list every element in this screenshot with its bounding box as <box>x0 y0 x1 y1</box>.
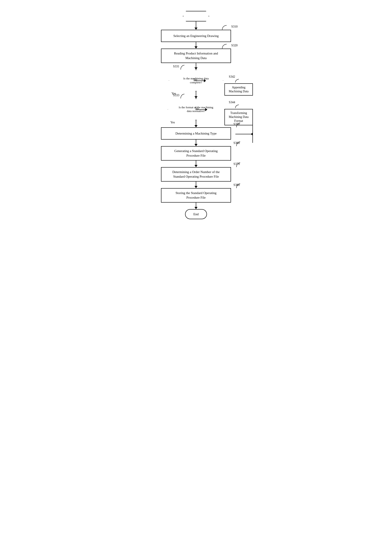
end-node: End <box>185 209 207 219</box>
s333-label: Is the format of the machining data norm… <box>177 106 215 113</box>
s342-label: Appending Machining Data <box>227 85 250 93</box>
end-label: End <box>193 212 199 217</box>
s360-label: Generating a Standard Operating Procedur… <box>174 149 218 158</box>
s342-id: S342 <box>229 75 235 78</box>
s344-to-s350-arrow <box>235 133 253 136</box>
arrow-start-s310 <box>195 21 197 30</box>
arrow-s380-end <box>195 203 197 209</box>
arrow-s370-s380 <box>195 182 197 188</box>
s310-box: Selecting an Engineering Drawing <box>161 30 231 42</box>
s310-section: Selecting an Engineering Drawing S310 <box>139 30 253 42</box>
s333-curve <box>173 94 184 99</box>
arrow-s360-s370 <box>195 161 197 167</box>
s350-label: Determining a Machining Type <box>175 131 217 136</box>
s342-curve <box>229 79 240 83</box>
arrow-s350-s360 <box>195 140 197 146</box>
arrow-s320-s331 <box>195 63 197 70</box>
s320-label: Reading Product Information and Machinin… <box>174 51 218 60</box>
s320-section: Reading Product Information and Machinin… <box>161 49 231 63</box>
s331-diamond: Is the machining data complete? <box>169 70 223 91</box>
s342-box: Appending Machining Data <box>224 83 253 96</box>
s360-section: Generating a Standard Operating Procedur… <box>139 146 253 161</box>
s331-label: Is the machining data complete? <box>179 77 213 84</box>
yes-label-s333: Yes <box>170 121 175 124</box>
arrow-s310-s320 <box>195 42 197 49</box>
start-node: Start <box>183 11 209 21</box>
s350-box: Determining a Machining Type <box>161 127 231 140</box>
s380-label: Storing the Standard Operating Procedure… <box>175 191 216 200</box>
s320-id: S320 <box>231 44 238 47</box>
s370-curve <box>229 162 240 168</box>
return-arrow-head <box>251 133 253 136</box>
s370-section: Determining a Order Number of the Standa… <box>139 167 253 182</box>
s333-diamond: Is the format of the machining data norm… <box>168 98 224 120</box>
flowchart-diagram: Start Selecting an Engineering Drawing S… <box>135 4 257 226</box>
s380-curve <box>229 183 240 189</box>
s331-curve <box>173 65 184 70</box>
s342-area: S342 Appending Machining Data <box>224 75 253 96</box>
s310-curve <box>213 25 227 30</box>
s380-box: Storing the Standard Operating Procedure… <box>161 188 231 203</box>
s360-box: Generating a Standard Operating Procedur… <box>161 146 231 161</box>
s344-curve <box>229 105 240 109</box>
s350-curve <box>229 123 240 128</box>
s360-curve <box>229 141 240 147</box>
arrow-s331-s333 <box>195 91 197 98</box>
s333-section: Is the format of the machining data norm… <box>139 98 253 120</box>
s320-box: Reading Product Information and Machinin… <box>161 49 231 63</box>
arrow-s333-s350-section <box>195 120 197 127</box>
s310-id: S310 <box>231 25 238 28</box>
s380-section: Storing the Standard Operating Procedure… <box>139 188 253 203</box>
s350-section: Determining a Machining Type S350 <box>139 127 253 140</box>
arrow-s333-s350 <box>195 120 197 127</box>
s310-label: Selecting an Engineering Drawing <box>173 34 218 38</box>
s370-label: Determining a Order Number of the Standa… <box>172 170 220 179</box>
s370-box: Determining a Order Number of the Standa… <box>161 167 231 182</box>
s344-id: S344 <box>229 101 235 104</box>
s320-curve <box>213 44 227 49</box>
s331-section: Is the machining data complete? S331 No … <box>139 70 253 91</box>
return-h-line <box>235 134 251 134</box>
s344-label: Transforming Machining Data Format <box>227 111 250 123</box>
